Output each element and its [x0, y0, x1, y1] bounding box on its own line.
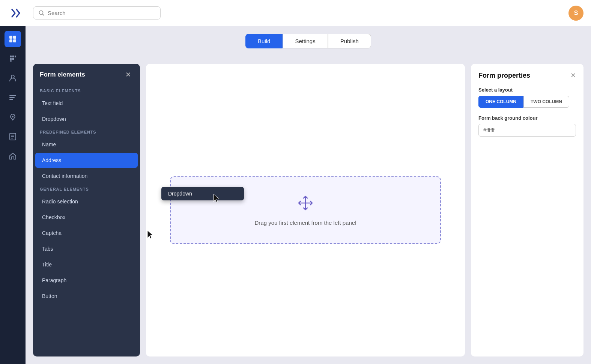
- search-input[interactable]: [48, 10, 155, 16]
- props-title: Form properties: [478, 72, 530, 80]
- section-general-label: GENERAL ELEMENTS: [33, 184, 140, 194]
- svg-rect-6: [10, 56, 12, 57]
- layout-two-column-button[interactable]: TWO COLUMN: [523, 96, 569, 108]
- props-close-button[interactable]: ✕: [570, 71, 576, 80]
- form-properties-panel: Form properties ✕ Select a layout ONE CO…: [471, 64, 583, 356]
- canvas-area: Drag you first element from the left pan…: [146, 64, 465, 356]
- svg-rect-5: [13, 39, 16, 42]
- element-tabs[interactable]: Tabs: [35, 241, 138, 256]
- background-color-input[interactable]: [478, 124, 576, 137]
- sidebar-item-home[interactable]: [5, 148, 21, 164]
- svg-point-12: [11, 75, 14, 78]
- content-area: Build Settings Publish Form elements ✕ B…: [26, 26, 591, 364]
- tab-publish[interactable]: Publish: [328, 34, 371, 48]
- element-name[interactable]: Name: [35, 137, 138, 152]
- svg-rect-11: [10, 60, 12, 62]
- layout-label: Select a layout: [478, 87, 576, 93]
- element-checkbox[interactable]: Checkbox: [35, 210, 138, 225]
- sidebar-item-messages[interactable]: [5, 89, 21, 106]
- sidebar-item-notes[interactable]: [5, 128, 21, 145]
- element-title[interactable]: Title: [35, 257, 138, 272]
- drop-zone[interactable]: Drag you first element from the left pan…: [170, 176, 441, 244]
- element-button[interactable]: Button: [35, 289, 138, 304]
- element-radio-selection[interactable]: Radio selection: [35, 194, 138, 209]
- search-bar[interactable]: [33, 6, 161, 20]
- section-basic-label: BASIC ELEMENTS: [33, 86, 140, 95]
- element-address[interactable]: Address: [35, 153, 138, 168]
- form-elements-panel: Form elements ✕ BASIC ELEMENTS Text fiel…: [33, 64, 140, 356]
- sidebar: [0, 26, 26, 364]
- workspace: Form elements ✕ BASIC ELEMENTS Text fiel…: [26, 56, 591, 364]
- section-predefined-label: PREDEFINED ELEMENTS: [33, 127, 140, 137]
- search-icon: [39, 10, 45, 16]
- sidebar-item-dashboard[interactable]: [5, 31, 21, 47]
- drop-hint-text: Drag you first element from the left pan…: [255, 220, 356, 226]
- layout-section: Select a layout ONE COLUMN TWO COLUMN: [478, 87, 576, 108]
- dropdown-tooltip: Dropdown: [161, 187, 244, 200]
- svg-rect-4: [9, 39, 12, 42]
- element-paragraph[interactable]: Paragraph: [35, 273, 138, 288]
- sidebar-item-rocket[interactable]: [5, 109, 21, 125]
- layout-buttons: ONE COLUMN TWO COLUMN: [478, 96, 576, 108]
- background-color-label: Form back ground colour: [478, 115, 576, 121]
- topbar: S: [0, 0, 591, 26]
- panel-close-button[interactable]: ✕: [123, 70, 133, 80]
- tab-settings[interactable]: Settings: [283, 34, 328, 48]
- svg-rect-9: [10, 58, 12, 60]
- layout-one-column-button[interactable]: ONE COLUMN: [478, 96, 523, 108]
- element-text-field[interactable]: Text field: [35, 96, 138, 111]
- svg-line-1: [43, 14, 44, 15]
- sidebar-item-apps[interactable]: [5, 50, 21, 67]
- avatar[interactable]: S: [568, 6, 583, 21]
- element-contact-information[interactable]: Contact information: [35, 168, 138, 184]
- panel-header: Form elements ✕: [33, 64, 140, 86]
- drag-icon: [297, 195, 314, 214]
- tab-bar: Build Settings Publish: [26, 26, 591, 56]
- panel-title: Form elements: [40, 71, 85, 78]
- element-captcha[interactable]: Captcha: [35, 226, 138, 241]
- element-dropdown[interactable]: Dropdown: [35, 111, 138, 126]
- svg-rect-2: [9, 36, 12, 39]
- tab-build[interactable]: Build: [245, 34, 283, 48]
- svg-rect-14: [9, 97, 15, 98]
- background-color-section: Form back ground colour: [478, 115, 576, 137]
- svg-rect-13: [9, 95, 16, 96]
- svg-rect-7: [12, 56, 14, 57]
- props-header: Form properties ✕: [478, 71, 576, 80]
- app-logo: [8, 4, 26, 22]
- svg-rect-15: [9, 99, 13, 100]
- sidebar-item-users[interactable]: [5, 70, 21, 86]
- svg-rect-8: [15, 56, 16, 57]
- main-layout: Build Settings Publish Form elements ✕ B…: [0, 26, 591, 364]
- svg-point-16: [12, 116, 14, 117]
- svg-rect-10: [12, 58, 14, 60]
- svg-rect-3: [13, 36, 16, 39]
